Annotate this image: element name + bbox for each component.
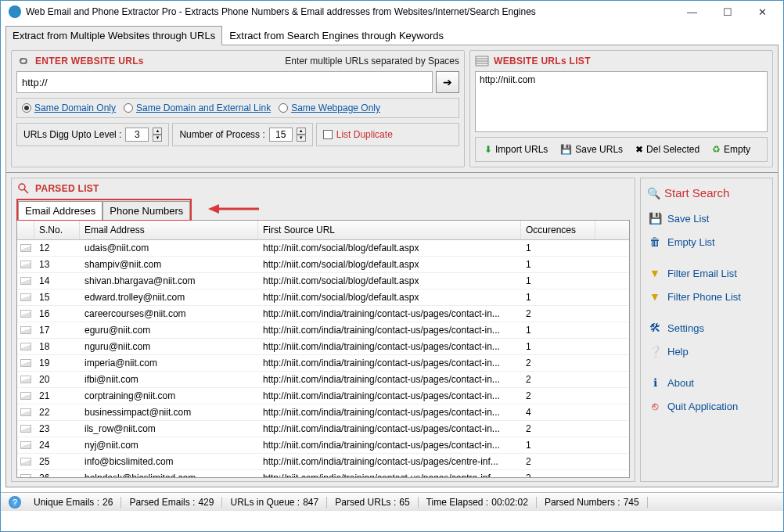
urls-list-box[interactable]: http://niit.com [475,71,768,132]
empty-list-button[interactable]: 🗑Empty List [646,231,768,253]
envelope-icon [17,454,34,469]
filter-phone-button[interactable]: ▼Filter Phone List [646,286,768,307]
quit-button[interactable]: ⎋Quit Application [646,395,768,417]
save-icon: 💾 [560,144,572,155]
list-item[interactable]: http://niit.com [480,74,763,85]
status-time-elapsed: Time Elapsed :00:02:02 [419,497,537,508]
envelope-icon [17,388,34,404]
digg-level-input[interactable] [125,128,149,142]
search-icon: 🔍 [647,187,660,200]
minimize-button[interactable]: — [674,1,710,23]
col-sno[interactable]: S.No. [34,221,80,239]
envelope-icon [17,437,34,453]
titlebar: Web Email and Phone Extractor Pro - Extr… [1,1,783,23]
process-input[interactable] [269,128,293,142]
grid-header: S.No. Email Address First Source URL Occ… [17,221,629,240]
enter-urls-subtitle: Enter multiple URLs separated by Spaces [285,56,459,66]
list-duplicate-checkbox[interactable] [323,130,333,139]
table-row[interactable]: 18nguru@niit.comhttp://niit.com/india/tr… [17,339,629,355]
results-grid: S.No. Email Address First Source URL Occ… [16,220,630,478]
settings-button[interactable]: 🛠Settings [646,317,768,339]
svg-marker-6 [208,204,219,214]
funnel-icon: ▼ [649,267,661,279]
status-help-icon[interactable]: ? [9,496,21,509]
del-selected-button[interactable]: ✖Del Selected [630,141,705,158]
funnel-icon: ▼ [649,290,661,303]
digg-spinner[interactable]: ▲▼ [153,128,162,142]
help-button[interactable]: ❔Help [646,340,768,362]
tools-icon: 🛠 [649,322,661,334]
statusbar: ? Unique Emails :26 Parsed Emails :429 U… [1,492,783,511]
info-icon: ℹ [649,376,661,389]
go-button[interactable]: ➔ [436,71,459,93]
table-row[interactable]: 19imperia@niit.comhttp://niit.com/india/… [17,355,629,372]
list-duplicate-box[interactable]: List Duplicate [316,123,459,146]
recycle-icon: ♻ [712,144,721,155]
table-row[interactable]: 26helpdesk@bicslimited.comhttp://niit.co… [17,470,629,477]
envelope-icon [17,404,34,420]
digg-level-box: URLs Digg Upto Level : ▲▼ [16,123,169,146]
tab-phone-numbers[interactable]: Phone Numbers [102,201,190,220]
list-icon [475,54,489,68]
status-unique-emails: Unique Emails :26 [26,497,121,508]
table-row[interactable]: 22businessimpact@niit.comhttp://niit.com… [17,404,629,421]
radio-same-domain-only[interactable]: Same Domain Only [22,102,116,113]
help-icon: ❔ [649,345,661,358]
status-urls-queue: URLs in Queue :847 [222,497,327,508]
tab-extract-urls[interactable]: Extract from Multiple Websites through U… [5,26,222,45]
col-url[interactable]: First Source URL [258,221,521,239]
col-email[interactable]: Email Address [80,221,258,239]
process-count-box: Number of Process : ▲▼ [172,123,312,146]
table-row[interactable]: 17eguru@niit.comhttp://niit.com/india/tr… [17,322,629,339]
envelope-icon [17,372,34,387]
tab-email-addresses[interactable]: Email Addreses [18,201,102,220]
start-search-button[interactable]: 🔍 Start Search [646,183,768,206]
import-urls-button[interactable]: ⬇Import URLs [479,141,553,158]
save-urls-button[interactable]: 💾Save URLs [555,141,628,158]
close-button[interactable]: ✕ [745,1,780,23]
envelope-icon [17,470,34,477]
tab-extract-search[interactable]: Extract from Search Engines through Keyw… [222,26,451,45]
table-row[interactable]: 12udais@niit.comhttp://niit.com/social/b… [17,240,629,257]
table-row[interactable]: 15edward.trolley@niit.comhttp://niit.com… [17,289,629,306]
parsed-icon [16,182,31,196]
envelope-icon [17,421,34,437]
table-row[interactable]: 23ils_row@niit.comhttp://niit.com/india/… [17,421,629,437]
table-row[interactable]: 21corptraining@niit.comhttp://niit.com/i… [17,388,629,404]
exit-icon: ⎋ [649,400,661,412]
app-icon [9,5,21,18]
link-icon [16,54,31,68]
table-row[interactable]: 20ifbi@niit.comhttp://niit.com/india/tra… [17,372,629,388]
delete-icon: ✖ [635,144,643,155]
maximize-button[interactable]: ☐ [710,1,745,23]
import-icon: ⬇ [484,144,492,155]
url-input[interactable] [16,71,433,93]
envelope-icon [17,306,34,322]
radio-same-webpage-only[interactable]: Same Webpage Only [279,102,380,113]
status-parsed-urls: Parsed URLs :65 [327,497,418,508]
enter-urls-panel: ENTER WEBSITE URLs Enter multiple URLs s… [11,50,465,167]
side-actions: 🔍 Start Search 💾Save List 🗑Empty List ▼F… [640,178,773,482]
status-parsed-emails: Parsed Emails :429 [121,497,222,508]
table-row[interactable]: 13shampiv@niit.comhttp://niit.com/social… [17,257,629,273]
window-title: Web Email and Phone Extractor Pro - Extr… [26,6,674,17]
col-occ[interactable]: Occurences [521,221,595,239]
envelope-icon [17,355,34,371]
radio-same-domain-external[interactable]: Same Domain and External Link [124,102,271,113]
table-row[interactable]: 24nyj@niit.comhttp://niit.com/india/trai… [17,437,629,454]
table-row[interactable]: 25info@bicslimited.comhttp://niit.com/in… [17,454,629,470]
process-spinner[interactable]: ▲▼ [297,128,306,142]
about-button[interactable]: ℹAbout [646,372,768,394]
filter-email-button[interactable]: ▼Filter Email List [646,262,768,284]
table-row[interactable]: 14shivan.bhargava@niit.comhttp://niit.co… [17,273,629,289]
urls-list-title: WEBSITE URLs LIST [494,56,591,66]
empty-button[interactable]: ♻Empty [707,141,756,158]
table-row[interactable]: 16careercourses@niit.comhttp://niit.com/… [17,306,629,322]
parsed-title: PARSED LIST [35,183,99,194]
envelope-icon [17,322,34,338]
empty-icon: 🗑 [649,235,661,248]
save-list-button[interactable]: 💾Save List [646,207,768,229]
arrow-right-icon: ➔ [443,76,452,88]
status-parsed-numbers: Parsed Numbers :745 [537,497,648,508]
enter-urls-title: ENTER WEBSITE URLs [35,56,144,66]
